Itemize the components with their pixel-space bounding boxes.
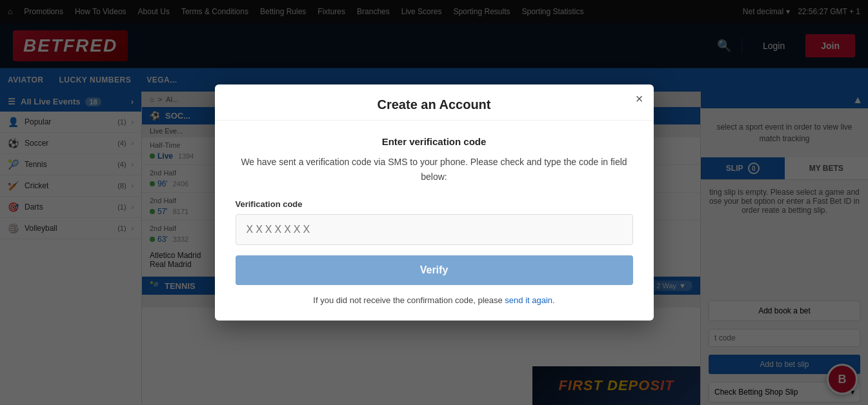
modal-body: Enter verification code We have sent a v… xyxy=(215,121,654,321)
modal-header: Create an Account × xyxy=(215,84,654,121)
verification-field-label: Verification code xyxy=(236,199,633,209)
verify-button[interactable]: Verify xyxy=(236,255,633,285)
resend-link[interactable]: send it again. xyxy=(505,295,554,305)
modal-subtitle: Enter verification code xyxy=(236,136,633,147)
modal-close-button[interactable]: × xyxy=(636,92,643,105)
create-account-modal: Create an Account × Enter verification c… xyxy=(215,84,654,321)
modal-title: Create an Account xyxy=(230,97,638,112)
resend-text: If you did not receive the confirmation … xyxy=(236,295,633,305)
verification-code-input[interactable] xyxy=(236,214,633,245)
modal-description: We have sent a verification code via SMS… xyxy=(236,155,633,184)
modal-overlay: Create an Account × Enter verification c… xyxy=(0,0,868,405)
